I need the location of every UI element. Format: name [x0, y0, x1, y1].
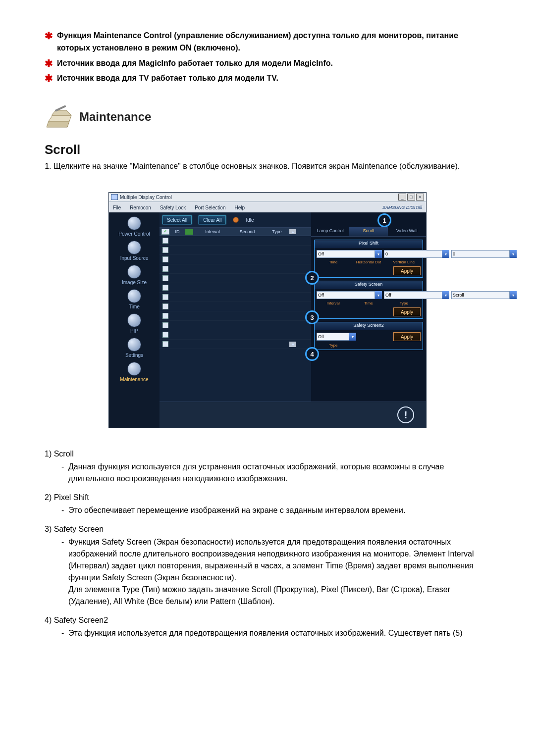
sidebar-item-power-control[interactable]: Power Control	[109, 216, 160, 237]
desc-4-heading: 4) Safety Screen2	[45, 614, 490, 626]
close-button[interactable]: ×	[416, 194, 424, 201]
display-table: ID Interval Second Type ▴	[160, 228, 311, 349]
safety-screen2-title: Safety Screen2	[315, 322, 423, 330]
label-type: Type	[387, 301, 421, 305]
sidebar-item-settings[interactable]: Settings	[109, 338, 160, 358]
table-row	[160, 283, 311, 293]
sidebar-item-time[interactable]: Time	[109, 289, 160, 309]
svg-marker-1	[47, 121, 69, 127]
step-item: Щелкните на значке "Maintenance" в столб…	[54, 160, 490, 172]
menu-remocon[interactable]: Remocon	[130, 205, 151, 210]
pixel-shift-vline-select[interactable]	[451, 250, 510, 258]
scroll-heading: Scroll	[45, 142, 490, 157]
warning-notes: ✱Функция Maintenance Control (управление…	[45, 30, 490, 85]
minimize-button[interactable]: _	[398, 194, 406, 201]
pixel-shift-title: Pixel Shift	[315, 240, 423, 248]
safety-screen-apply-button[interactable]: Apply	[393, 307, 421, 316]
table-row	[160, 330, 311, 340]
safety-screen2-panel: Safety Screen2 ▾ Apply Type	[314, 322, 423, 350]
safety-screen2-apply-button[interactable]: Apply	[393, 332, 421, 341]
row-checkbox[interactable]	[162, 332, 168, 338]
star-icon: ✱	[45, 57, 53, 69]
table-row	[160, 255, 311, 264]
chevron-down-icon[interactable]: ▾	[510, 250, 517, 258]
row-checkbox[interactable]	[162, 238, 168, 244]
note-text: Функция Maintenance Control (управление …	[57, 30, 490, 54]
tab-video-wall[interactable]: Video Wall	[388, 227, 426, 236]
sidebar-item-maintenance[interactable]: Maintenance	[109, 362, 160, 382]
svg-marker-2	[52, 110, 71, 115]
callout-3: 3	[305, 310, 319, 324]
table-row	[160, 264, 311, 274]
table-row	[160, 302, 311, 311]
safety-screen-panel: Safety Screen ▾ ▾ ▾ Interval Time Type A…	[314, 281, 423, 319]
chevron-down-icon[interactable]: ▾	[375, 250, 382, 258]
row-checkbox[interactable]	[162, 285, 168, 291]
description-list: 1) Scroll -Данная функция используется д…	[45, 448, 490, 639]
app-screenshot: Multiple Display Control _ □ × File Remo…	[108, 192, 427, 428]
note-text: Источник ввода для MagicInfo работает то…	[57, 57, 333, 70]
table-row	[160, 321, 311, 330]
desc-3-body1: Функция Safety Screen (Экран безопасност…	[68, 538, 474, 582]
header-checkbox[interactable]	[161, 229, 169, 235]
callout-2: 2	[305, 271, 319, 285]
safety-time-select[interactable]	[384, 291, 442, 299]
callout-4: 4	[305, 347, 319, 361]
safety-type-select[interactable]	[451, 291, 510, 299]
row-checkbox[interactable]	[162, 303, 168, 309]
label-hdot: Horizontal Dot	[352, 260, 385, 264]
info-icon: !	[397, 406, 414, 423]
pixel-shift-time-select[interactable]	[317, 250, 375, 258]
chevron-down-icon[interactable]: ▾	[442, 291, 449, 299]
menu-help[interactable]: Help	[234, 205, 245, 210]
label-interval: Interval	[317, 301, 350, 305]
desc-1-heading: 1) Scroll	[45, 448, 490, 460]
maximize-button[interactable]: □	[407, 194, 415, 201]
maintenance-box-icon	[45, 104, 73, 129]
row-checkbox[interactable]	[162, 266, 168, 272]
right-panel: 1 Lamp Control Scroll Video Wall Pixel S…	[311, 212, 426, 428]
svg-marker-0	[49, 115, 71, 121]
clear-all-button[interactable]: Clear All	[199, 215, 226, 224]
row-checkbox[interactable]	[162, 322, 168, 328]
table-row	[160, 274, 311, 283]
pixel-shift-panel: Pixel Shift ▾ ▾ ▾ Time Horizontal Dot Ve…	[314, 240, 423, 278]
tab-lamp-control[interactable]: Lamp Control	[311, 227, 349, 236]
chevron-down-icon[interactable]: ▾	[375, 291, 382, 299]
chevron-down-icon[interactable]: ▾	[510, 291, 517, 299]
row-checkbox[interactable]	[162, 275, 168, 281]
note-text: Источник ввода для TV работает только дл…	[57, 72, 278, 85]
menu-file[interactable]: File	[113, 205, 121, 210]
pixel-shift-hdot-select[interactable]	[384, 250, 442, 258]
sidebar-item-input-source[interactable]: Input Source	[109, 241, 160, 261]
sidebar: Power Control Input Source Image Size Ti…	[109, 212, 160, 428]
sidebar-item-pip[interactable]: PIP	[109, 313, 160, 334]
menu-port-selection[interactable]: Port Selection	[195, 205, 225, 210]
scroll-up-button[interactable]: ▴	[289, 229, 296, 234]
row-checkbox[interactable]	[162, 247, 168, 253]
scroll-down-button[interactable]: ▾	[289, 342, 296, 347]
desc-4-body: Эта функция используется для предотвраще…	[68, 627, 463, 639]
center-panel: Select All Clear All Idle ID Interval Se…	[160, 212, 311, 428]
brand-label: SAMSUNG DIGITall	[382, 205, 422, 210]
desc-2-heading: 2) Pixel Shift	[45, 492, 490, 504]
label-type: Type	[317, 343, 350, 348]
menu-safety-lock[interactable]: Safety Lock	[160, 205, 186, 210]
idle-label: Idle	[246, 217, 254, 223]
safety2-type-select[interactable]	[317, 333, 349, 341]
tab-scroll[interactable]: Scroll	[349, 227, 387, 236]
safety-interval-select[interactable]	[317, 291, 375, 299]
col-type: Type	[265, 229, 289, 234]
chevron-down-icon[interactable]: ▾	[349, 333, 356, 341]
sidebar-item-image-size[interactable]: Image Size	[109, 265, 160, 285]
table-row	[160, 236, 311, 246]
chevron-down-icon[interactable]: ▾	[442, 250, 449, 258]
row-checkbox[interactable]	[162, 313, 168, 319]
row-checkbox[interactable]	[162, 294, 168, 300]
maintenance-heading: Maintenance	[79, 110, 151, 124]
pixel-shift-apply-button[interactable]: Apply	[393, 266, 421, 275]
row-checkbox[interactable]	[162, 341, 168, 347]
row-checkbox[interactable]	[162, 256, 168, 262]
table-row	[160, 311, 311, 321]
select-all-button[interactable]: Select All	[162, 215, 192, 224]
